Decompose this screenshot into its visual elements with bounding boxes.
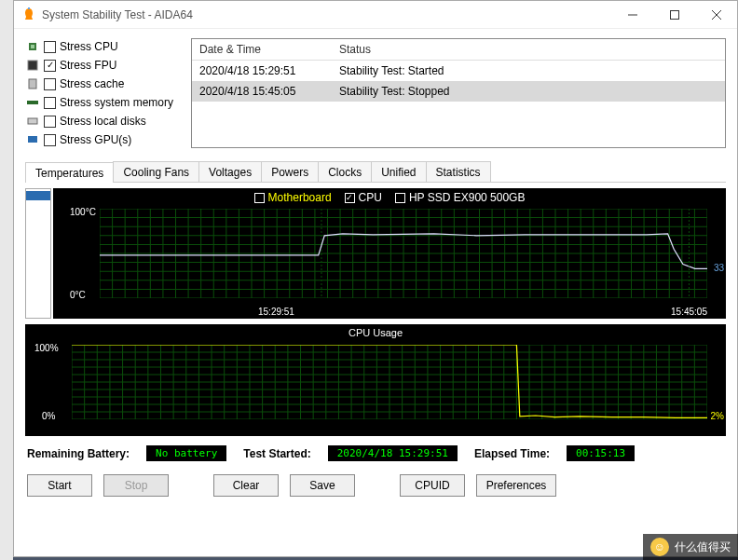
app-icon	[21, 7, 36, 22]
checkbox[interactable]	[44, 60, 56, 72]
stress-item-memory[interactable]: Stress system memory	[25, 94, 182, 111]
stress-label: Stress cache	[60, 77, 124, 90]
temperature-chart: Motherboard CPU HP SSD EX900 500GB 100°C…	[53, 188, 726, 319]
grid-area	[72, 345, 707, 419]
svg-rect-7	[29, 79, 36, 89]
legend-block	[26, 191, 50, 200]
checkbox[interactable]	[44, 41, 56, 53]
left-edge-strip	[0, 0, 13, 560]
y-axis-top: 100°C	[70, 207, 96, 217]
stress-option-list: Stress CPU Stress FPU Stress cache Stres…	[25, 38, 182, 148]
content-area: Stress CPU Stress FPU Stress cache Stres…	[14, 29, 737, 556]
cpu-icon	[25, 39, 40, 54]
checkbox[interactable]	[44, 78, 56, 90]
svg-rect-6	[28, 61, 37, 70]
disk-icon	[25, 114, 40, 129]
stress-label: Stress FPU	[60, 59, 116, 72]
elapsed-label: Elapsed Time:	[474, 447, 550, 460]
cpuid-button[interactable]: CPUID	[400, 474, 465, 497]
stress-label: Stress local disks	[60, 115, 146, 128]
log-row[interactable]: 2020/4/18 15:45:05 Stability Test: Stopp…	[192, 81, 725, 102]
memory-icon	[25, 95, 40, 110]
x-axis-right: 15:45:05	[671, 307, 707, 317]
sensor-legend-strip[interactable]	[25, 188, 51, 319]
y-axis-bot: 0%	[42, 411, 55, 421]
svg-rect-9	[28, 118, 37, 124]
log-header-status[interactable]: Status	[332, 39, 378, 60]
log-header-datetime[interactable]: Date & Time	[192, 39, 332, 60]
stress-item-disks[interactable]: Stress local disks	[25, 113, 182, 130]
grid-area	[100, 209, 707, 298]
checkbox[interactable]	[44, 116, 56, 128]
stress-label: Stress GPU(s)	[60, 133, 131, 146]
clear-button[interactable]: Clear	[213, 474, 279, 497]
tab-statistics[interactable]: Statistics	[426, 161, 491, 182]
stress-item-cpu[interactable]: Stress CPU	[25, 38, 182, 55]
smile-icon: ☺	[650, 538, 669, 556]
top-row: Stress CPU Stress FPU Stress cache Stres…	[25, 38, 726, 148]
svg-rect-1	[670, 10, 678, 19]
stress-item-fpu[interactable]: Stress FPU	[25, 57, 182, 74]
log-cell-datetime: 2020/4/18 15:45:05	[192, 81, 332, 102]
maximize-button[interactable]	[653, 1, 695, 29]
x-axis-left: 15:29:51	[258, 307, 294, 317]
battery-value: No battery	[146, 445, 226, 461]
event-log[interactable]: Date & Time Status 2020/4/18 15:29:51 St…	[191, 38, 726, 148]
svg-rect-5	[31, 45, 34, 48]
minimize-button[interactable]	[611, 1, 653, 29]
tab-clocks[interactable]: Clocks	[318, 161, 372, 182]
svg-rect-10	[28, 136, 37, 143]
checkbox[interactable]	[44, 97, 56, 109]
stress-item-cache[interactable]: Stress cache	[25, 75, 182, 92]
start-button[interactable]: Start	[27, 474, 92, 497]
chart-title: CPU Usage	[25, 327, 726, 338]
checkbox[interactable]	[254, 193, 265, 203]
log-cell-status: Stability Test: Stopped	[332, 81, 458, 102]
preferences-button[interactable]: Preferences	[476, 474, 556, 497]
log-cell-status: Stability Test: Started	[332, 61, 452, 81]
tab-cooling-fans[interactable]: Cooling Fans	[113, 161, 199, 182]
checkbox[interactable]	[345, 193, 355, 203]
log-header: Date & Time Status	[192, 39, 725, 61]
checkbox[interactable]	[44, 134, 56, 146]
checkbox[interactable]	[395, 193, 405, 203]
stress-item-gpu[interactable]: Stress GPU(s)	[25, 131, 182, 148]
tab-powers[interactable]: Powers	[261, 161, 319, 182]
current-usage-value: 2%	[711, 411, 724, 421]
stress-label: Stress system memory	[60, 96, 173, 109]
legend-cpu[interactable]: CPU	[345, 191, 382, 204]
legend-ssd[interactable]: HP SSD EX900 500GB	[395, 191, 526, 204]
tab-voltages[interactable]: Voltages	[198, 161, 262, 182]
status-row: Remaining Battery: No battery Test Start…	[25, 442, 726, 465]
window-title: System Stability Test - AIDA64	[42, 8, 611, 21]
battery-label: Remaining Battery:	[27, 447, 130, 460]
tab-unified[interactable]: Unified	[371, 161, 426, 182]
started-value: 2020/4/18 15:29:51	[328, 445, 458, 461]
fpu-icon	[25, 58, 40, 73]
current-temp-value: 33	[714, 263, 724, 273]
titlebar[interactable]: System Stability Test - AIDA64	[14, 1, 737, 29]
button-row: Start Stop Clear Save CPUID Preferences	[25, 471, 726, 500]
svg-rect-8	[27, 101, 38, 104]
temperature-chart-row: Motherboard CPU HP SSD EX900 500GB 100°C…	[25, 188, 726, 319]
cpu-usage-chart-row: CPU Usage 100% 0% 2%	[25, 324, 726, 436]
elapsed-value: 00:15:13	[567, 445, 635, 461]
stop-button[interactable]: Stop	[103, 474, 169, 497]
gpu-icon	[25, 132, 40, 147]
cache-icon	[25, 76, 40, 91]
save-button[interactable]: Save	[290, 474, 355, 497]
log-row[interactable]: 2020/4/18 15:29:51 Stability Test: Start…	[192, 61, 725, 81]
chart-legend: Motherboard CPU HP SSD EX900 500GB	[53, 191, 726, 204]
y-axis-top: 100%	[34, 343, 59, 353]
watermark: ☺ 什么值得买	[643, 534, 738, 560]
legend-motherboard[interactable]: Motherboard	[254, 191, 332, 204]
main-window: System Stability Test - AIDA64 Stress CP…	[13, 0, 738, 557]
tab-temperatures[interactable]: Temperatures	[25, 162, 114, 183]
log-cell-datetime: 2020/4/18 15:29:51	[192, 61, 332, 81]
watermark-text: 什么值得买	[675, 540, 731, 555]
stress-label: Stress CPU	[60, 40, 118, 53]
started-label: Test Started:	[243, 447, 310, 460]
tab-bar: Temperatures Cooling Fans Voltages Power…	[25, 161, 726, 183]
cpu-usage-chart: CPU Usage 100% 0% 2%	[25, 324, 726, 436]
close-button[interactable]	[695, 1, 737, 29]
